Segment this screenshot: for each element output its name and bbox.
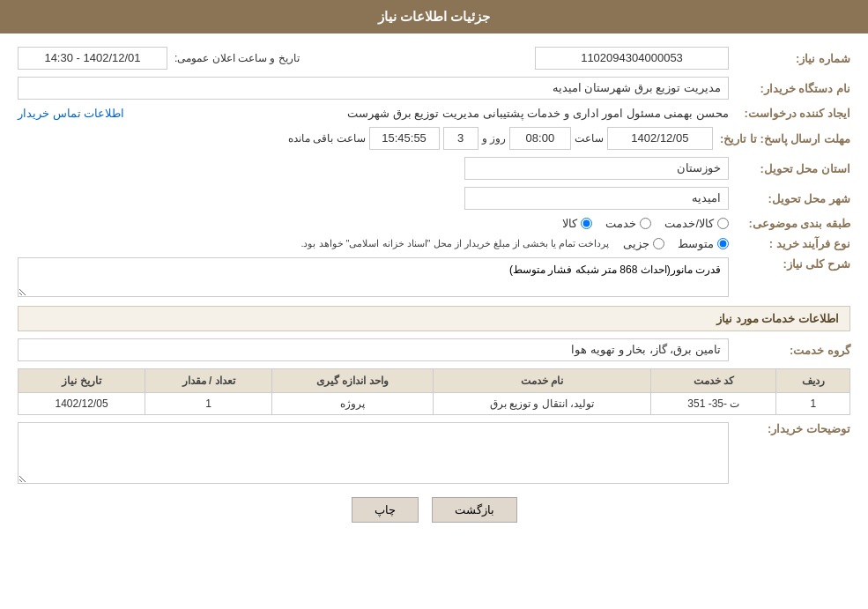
tabaqe-khadamat-item: خدمت [605, 217, 651, 230]
goroh-row: گروه خدمت: تامین برق، گاز، بخار و تهویه … [18, 338, 850, 361]
noe-farayand-label: نوع فرآیند خرید : [736, 237, 850, 250]
tosihate-label: توضیحات خریدار: [736, 422, 850, 435]
col-kod: کد خدمت [651, 369, 776, 393]
tabaqe-kala-khadamat-item: کالا/خدمت [664, 217, 729, 230]
farayand-jozi-radio[interactable] [653, 238, 664, 249]
ittilaat-tamas-link[interactable]: اطلاعات تماس خریدار [18, 107, 124, 120]
farayand-note: پرداخت تمام یا بخشی از مبلغ خریدار از مح… [300, 238, 609, 249]
tabaqe-khadamat-radio[interactable] [640, 218, 651, 229]
tabaqe-kala-khadamat-label: کالا/خدمت [664, 217, 714, 230]
tabaqe-radio-group: کالا/خدمت خدمت کالا [562, 217, 729, 230]
table-row: 1ت -35- 351تولید، انتقال و توزیع برقپروژ… [19, 393, 850, 415]
farayand-jozi-label: جزیی [623, 237, 649, 250]
tarikh-elan-label: تاریخ و ساعت اعلان عمومی: [174, 52, 300, 64]
shomare-niaz-label: شماره نیاز: [736, 52, 850, 65]
farayand-jozi-item: جزیی [623, 237, 664, 250]
mohlat-label: مهلت ارسال پاسخ: تا تاریخ: [720, 132, 850, 145]
sharh-row: شرح کلی نیاز: [18, 257, 850, 297]
mohlat-row: مهلت ارسال پاسخ: تا تاریخ: 1402/12/05 سا… [18, 127, 850, 150]
page-header: جزئیات اطلاعات نیاز [0, 0, 868, 33]
tosihate-row: توضیحات خریدار: [18, 422, 850, 484]
col-vahed: واحد اندازه گیری [272, 369, 433, 393]
nam-dastgah-row: نام دستگاه خریدار: مدیریت توزیع برق شهرس… [18, 77, 850, 100]
shomare-row: شماره نیاز: 1102094304000053 تاریخ و ساع… [18, 47, 850, 70]
farayand-motavaset-item: متوسط [678, 237, 729, 250]
button-row: بازگشت چاپ [18, 497, 850, 536]
shomare-niaz-value: 1102094304000053 [535, 47, 729, 70]
ostan-value: خوزستان [464, 157, 729, 180]
nam-dastgah-value: مدیریت توزیع برق شهرستان امیدیه [18, 77, 729, 100]
table-header: ردیف کد خدمت نام خدمت واحد اندازه گیری ت… [19, 369, 850, 393]
tabaqe-kala-radio[interactable] [581, 218, 592, 229]
col-tarikh: تاریخ نیاز [19, 369, 145, 393]
tarikh-elan-value: 1402/12/01 - 14:30 [18, 47, 167, 70]
goroh-label: گروه خدمت: [736, 344, 850, 357]
nam-dastgah-label: نام دستگاه خریدار: [736, 82, 850, 95]
tabaqe-khadamat-label: خدمت [605, 217, 636, 230]
tabaqe-kala-item: کالا [562, 217, 592, 230]
col-tedad: تعداد / مقدار [145, 369, 272, 393]
print-button[interactable]: چاپ [352, 497, 419, 523]
back-button[interactable]: بازگشت [432, 497, 517, 523]
farayand-motavaset-label: متوسط [678, 237, 714, 250]
sharh-label: شرح کلی نیاز: [736, 257, 850, 271]
shahr-value: امیدیه [464, 187, 729, 210]
khadamat-section-header: اطلاعات خدمات مورد نیاز [18, 306, 850, 331]
ijad-konande-row: ایجاد کننده درخواست: محسن بهمنی مسئول ام… [18, 107, 850, 120]
noe-farayand-row: نوع فرآیند خرید : متوسط جزیی پرداخت تمام… [18, 237, 850, 250]
saat-baqi-value: 15:45:55 [369, 127, 440, 150]
farayand-motavaset-radio[interactable] [717, 238, 729, 249]
tabaqe-row: طبقه بندی موضوعی: کالا/خدمت خدمت کالا [18, 217, 850, 230]
tarikh-value: 1402/12/05 [607, 127, 713, 150]
service-table: ردیف کد خدمت نام خدمت واحد اندازه گیری ت… [18, 368, 850, 415]
content-area: شماره نیاز: 1102094304000053 تاریخ و ساع… [0, 33, 868, 549]
rooz-label: روز و [482, 132, 506, 145]
ijad-konande-value: محسن بهمنی مسئول امور اداری و خدمات پشتی… [131, 107, 729, 120]
tosihate-textarea [18, 422, 729, 484]
date-time-group: 1402/12/05 ساعت 08:00 روز و 3 15:45:55 س… [288, 127, 713, 150]
rooz-value: 3 [443, 127, 479, 150]
saat-value: 08:00 [509, 127, 571, 150]
table-body: 1ت -35- 351تولید، انتقال و توزیع برقپروژ… [19, 393, 850, 415]
shahr-row: شهر محل تحویل: امیدیه [18, 187, 850, 210]
col-nam: نام خدمت [433, 369, 651, 393]
ostan-row: استان محل تحویل: خوزستان [18, 157, 850, 180]
page-title: جزئیات اطلاعات نیاز [378, 9, 490, 24]
col-radif: ردیف [776, 369, 850, 393]
tabaqe-label: طبقه بندی موضوعی: [736, 217, 850, 230]
saat-baqi-label: ساعت باقی مانده [288, 132, 366, 145]
tabaqe-kala-khadamat-radio[interactable] [717, 218, 729, 229]
saat-label: ساعت [575, 132, 604, 145]
page-container: جزئیات اطلاعات نیاز شماره نیاز: 11020943… [0, 0, 868, 609]
table-header-row: ردیف کد خدمت نام خدمت واحد اندازه گیری ت… [19, 369, 850, 393]
goroh-value: تامین برق، گاز، بخار و تهویه هوا [18, 338, 729, 361]
shahr-label: شهر محل تحویل: [736, 192, 850, 205]
tabaqe-kala-label: کالا [562, 217, 577, 230]
ijad-konande-label: ایجاد کننده درخواست: [736, 107, 850, 120]
sharh-textarea [18, 257, 729, 297]
ostan-label: استان محل تحویل: [736, 162, 850, 175]
farayand-radio-group: متوسط جزیی [623, 237, 729, 250]
